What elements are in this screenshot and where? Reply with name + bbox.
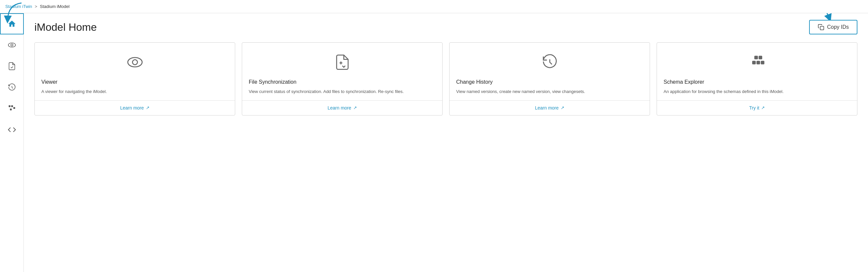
sidebar-item-home[interactable] (0, 13, 24, 34)
sidebar-item-history[interactable] (0, 77, 24, 98)
breadcrumb-current: Stadium iModel (40, 4, 70, 9)
breadcrumb-separator: > (35, 4, 37, 9)
history-sidebar-icon (8, 83, 16, 92)
content-header: iModel Home Copy IDs (34, 13, 858, 42)
card-schema-title: Schema Explorer (663, 79, 850, 85)
svg-rect-3 (11, 105, 12, 107)
sidebar (0, 13, 24, 272)
app-layout: iModel Home Copy IDs (0, 13, 868, 272)
external-link-icon-filesync: ↗ (353, 105, 357, 110)
svg-rect-12 (752, 61, 755, 64)
svg-rect-9 (754, 56, 758, 60)
svg-point-7 (128, 58, 142, 67)
external-link-icon-schema: ↗ (761, 105, 765, 110)
card-filesync[interactable]: File Synchronization View current status… (242, 42, 443, 116)
schema-card-icon (749, 54, 766, 71)
history-card-icon (541, 54, 558, 71)
card-history-learn-more[interactable]: Learn more (535, 105, 559, 111)
card-history-desc: View named versions, create new named ve… (456, 88, 643, 95)
card-filesync-body: File Synchronization View current status… (242, 79, 442, 100)
content-area: iModel Home Copy IDs (24, 13, 868, 272)
code-sidebar-icon (8, 125, 16, 134)
card-schema-desc: An application for browsing the schemas … (663, 88, 850, 95)
svg-point-1 (10, 44, 13, 46)
sidebar-item-schema[interactable] (0, 98, 24, 119)
home-icon (8, 20, 16, 28)
card-viewer-learn-more[interactable]: Learn more (120, 105, 144, 111)
svg-rect-13 (761, 61, 764, 64)
schema-sidebar-icon (8, 104, 16, 113)
cards-grid: Viewer A viewer for navigating the iMode… (34, 42, 858, 116)
card-schema-icon-area (657, 43, 857, 79)
card-schema-body: Schema Explorer An application for brows… (657, 79, 857, 100)
card-filesync-icon-area (242, 43, 442, 79)
card-history-body: Change History View named versions, crea… (450, 79, 650, 100)
card-viewer[interactable]: Viewer A viewer for navigating the iMode… (34, 42, 235, 116)
external-link-icon-viewer: ↗ (146, 105, 150, 110)
card-viewer-desc: A viewer for navigating the iModel. (41, 88, 228, 95)
card-history-title: Change History (456, 79, 643, 85)
card-history[interactable]: Change History View named versions, crea… (449, 42, 650, 116)
card-filesync-title: File Synchronization (249, 79, 436, 85)
svg-rect-10 (758, 56, 762, 60)
breadcrumb: Stadium iTwin > Stadium iModel (0, 0, 868, 13)
svg-point-0 (8, 43, 16, 47)
viewer-card-icon (126, 54, 144, 71)
svg-rect-5 (13, 107, 15, 109)
page-title: iModel Home (34, 21, 97, 33)
svg-rect-6 (820, 27, 824, 30)
card-history-footer: Learn more ↗ (450, 100, 650, 115)
card-history-icon-area (450, 43, 650, 79)
card-filesync-footer: Learn more ↗ (242, 100, 442, 115)
card-viewer-body: Viewer A viewer for navigating the iMode… (35, 79, 235, 100)
filesync-card-icon (334, 54, 351, 71)
card-viewer-title: Viewer (41, 79, 228, 85)
svg-rect-11 (756, 61, 760, 64)
card-filesync-learn-more[interactable]: Learn more (328, 105, 351, 111)
sidebar-item-view[interactable] (0, 34, 24, 56)
filesync-sidebar-icon (8, 62, 16, 70)
external-link-icon-history: ↗ (561, 105, 564, 110)
copy-icon (818, 24, 824, 30)
svg-point-8 (132, 60, 137, 64)
card-viewer-icon-area (35, 43, 235, 79)
card-filesync-desc: View current status of synchronization. … (249, 88, 436, 95)
sidebar-item-code[interactable] (0, 119, 24, 140)
card-schema[interactable]: Schema Explorer An application for brows… (657, 42, 858, 116)
sidebar-item-filesync[interactable] (0, 56, 24, 77)
card-schema-try-it[interactable]: Try it (749, 105, 760, 111)
card-viewer-footer: Learn more ↗ (35, 100, 235, 115)
breadcrumb-parent[interactable]: Stadium iTwin (5, 4, 32, 9)
svg-rect-4 (10, 109, 11, 110)
svg-rect-2 (9, 105, 10, 107)
eye-sidebar-icon (8, 41, 16, 49)
copy-ids-label: Copy IDs (827, 24, 849, 30)
copy-ids-button[interactable]: Copy IDs (809, 20, 858, 34)
card-schema-footer: Try it ↗ (657, 100, 857, 115)
